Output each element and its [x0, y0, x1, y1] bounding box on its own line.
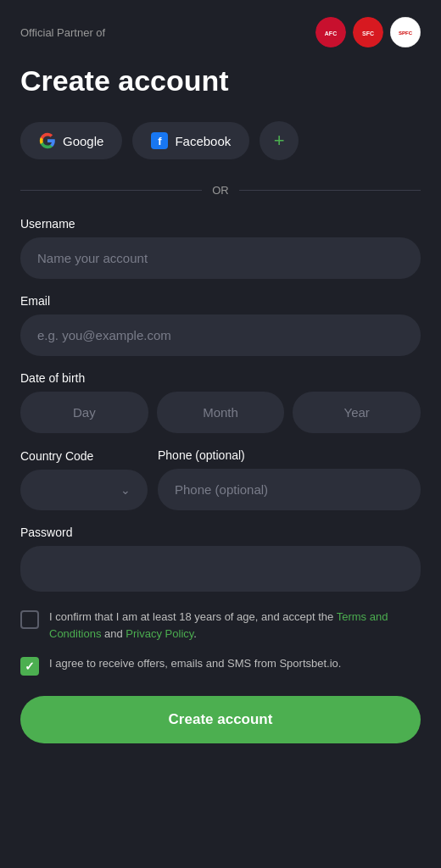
divider-text: OR	[212, 184, 229, 197]
country-code-label: Country Code	[20, 449, 148, 463]
divider: OR	[20, 184, 421, 197]
username-label: Username	[20, 217, 421, 231]
country-code-group: Country Code ⌄	[20, 449, 148, 510]
top-bar: Official Partner of AFC SFC SPFC	[0, 0, 441, 56]
username-input[interactable]	[20, 237, 421, 279]
password-input[interactable]	[20, 546, 421, 592]
country-code-select-wrapper[interactable]: ⌄	[20, 470, 148, 510]
phone-row: Country Code ⌄ Phone (optional)	[20, 448, 421, 510]
divider-line-left	[20, 190, 202, 191]
divider-line-right	[239, 190, 421, 191]
google-button[interactable]: Google	[20, 122, 122, 159]
dob-day-button[interactable]: Day	[20, 392, 148, 433]
terms-checkbox-group: I confirm that I am at least 18 years of…	[20, 609, 421, 642]
partner-text: Official Partner of	[20, 26, 105, 39]
privacy-link[interactable]: Privacy Policy	[126, 627, 193, 640]
offers-label: I agree to receive offers, emails and SM…	[49, 655, 341, 672]
facebook-icon: f	[151, 132, 168, 149]
email-group: Email	[20, 294, 421, 356]
svg-text:AFC: AFC	[325, 31, 337, 36]
phone-group: Phone (optional)	[158, 448, 421, 510]
offers-checkbox[interactable]	[20, 657, 39, 676]
svg-text:SFC: SFC	[362, 31, 374, 36]
dob-group: Date of birth Day Month Year	[20, 371, 421, 433]
username-group: Username	[20, 217, 421, 279]
terms-checkbox[interactable]	[20, 610, 39, 629]
email-label: Email	[20, 294, 421, 308]
dob-label: Date of birth	[20, 371, 421, 385]
offers-checkbox-group: I agree to receive offers, emails and SM…	[20, 655, 421, 676]
dob-year-button[interactable]: Year	[293, 392, 421, 433]
plus-icon: +	[274, 130, 285, 152]
dob-row: Day Month Year	[20, 392, 421, 433]
page-title: Create account	[20, 64, 421, 97]
main-content: Create account Google f Facebook + OR Us…	[0, 56, 441, 769]
social-buttons: Google f Facebook +	[20, 121, 421, 160]
arsenal-logo: AFC	[315, 17, 346, 47]
password-group: Password	[20, 526, 421, 592]
terms-text: I confirm that I am at least 18 years of…	[49, 610, 337, 623]
phone-label: Phone (optional)	[158, 448, 421, 462]
google-icon	[39, 132, 56, 149]
svg-text:SPFC: SPFC	[399, 31, 413, 36]
facebook-label: Facebook	[175, 134, 231, 148]
terms-label: I confirm that I am at least 18 years of…	[49, 609, 421, 642]
sao-paulo-logo: SPFC	[390, 17, 421, 47]
more-options-button[interactable]: +	[260, 121, 299, 160]
partner-logos: AFC SFC SPFC	[315, 17, 421, 47]
southampton-logo: SFC	[353, 17, 383, 47]
dob-month-button[interactable]: Month	[157, 392, 285, 433]
email-input[interactable]	[20, 314, 421, 356]
phone-input[interactable]	[158, 469, 421, 510]
create-account-button[interactable]: Create account	[20, 696, 421, 743]
password-label: Password	[20, 526, 421, 539]
facebook-button[interactable]: f Facebook	[132, 122, 249, 159]
terms-and: and	[101, 627, 126, 640]
google-label: Google	[63, 134, 103, 148]
